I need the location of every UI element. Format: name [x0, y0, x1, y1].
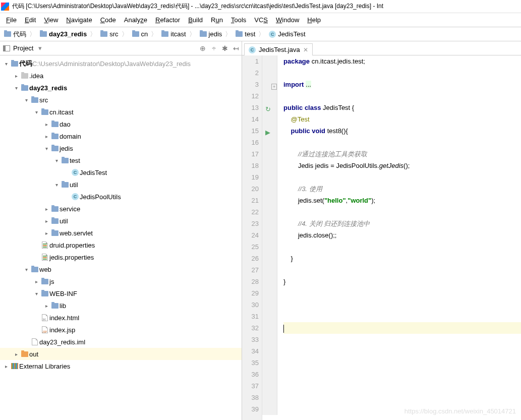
project-dropdown-icon[interactable]: ▾ [33, 44, 47, 52]
menu-view[interactable]: View [41, 15, 61, 25]
tree-arrow-icon[interactable]: ▸ [42, 122, 50, 127]
tree-arrow-icon[interactable]: ▾ [52, 158, 61, 163]
menu-edit[interactable]: Edit [22, 15, 39, 25]
tree-arrow-icon[interactable]: ▾ [22, 97, 30, 103]
tree-item-service[interactable]: ▸service [0, 203, 242, 215]
tree-item-index-html[interactable]: index.html [0, 312, 242, 324]
code-line[interactable] [283, 392, 521, 403]
tree-item-dao[interactable]: ▸dao [0, 118, 242, 130]
code-line[interactable]: import ... [283, 79, 521, 90]
close-icon[interactable]: ✕ [303, 46, 308, 53]
tree-arrow-icon[interactable]: ▸ [12, 73, 20, 79]
code-line[interactable] [283, 311, 521, 322]
code-line[interactable] [283, 137, 521, 148]
menu-window[interactable]: Window [273, 15, 302, 25]
tab-jedistest[interactable]: JedisTest.java ✕ [244, 43, 313, 55]
breadcrumb-jedis[interactable]: jedis〉 [199, 30, 235, 39]
tree-arrow-icon[interactable]: ▸ [42, 218, 50, 224]
tree-arrow-icon[interactable]: ▸ [42, 134, 50, 139]
code-line[interactable]: jedis.close();; [283, 229, 521, 241]
tree-item-lib[interactable]: ▸lib [0, 299, 242, 312]
code-line[interactable] [283, 171, 521, 183]
code-line[interactable]: } [283, 276, 521, 287]
menu-build[interactable]: Build [185, 15, 206, 25]
tree-arrow-icon[interactable]: ▸ [42, 230, 50, 236]
code-line[interactable]: //3. 使用 [283, 183, 521, 195]
code-lines[interactable]: package cn.itcast.jedis.test; import ...… [277, 55, 521, 420]
code-line[interactable] [283, 90, 521, 102]
tree-item-out[interactable]: ▸out [0, 348, 242, 360]
tree-item-util[interactable]: ▸util [0, 215, 242, 227]
tree-arrow-icon[interactable]: ▾ [2, 61, 10, 67]
breadcrumb-day23_redis[interactable]: day23_redis〉 [39, 30, 99, 39]
tree-item-js[interactable]: ▸js [0, 275, 242, 287]
menu-tools[interactable]: Tools [228, 15, 249, 25]
tree-arrow-icon[interactable]: ▸ [32, 279, 40, 284]
breadcrumb-test[interactable]: test〉 [235, 30, 268, 39]
breadcrumb-代码[interactable]: 代码〉 [3, 30, 39, 39]
tree-item-jedispoolutils[interactable]: JedisPoolUtils [0, 191, 242, 203]
tree-arrow-icon[interactable]: ▸ [2, 364, 10, 369]
gear-icon[interactable]: ✱ [219, 44, 230, 52]
code-line[interactable] [283, 264, 521, 276]
locate-icon[interactable]: ⊕ [197, 44, 208, 52]
collapse-icon[interactable]: ÷ [208, 44, 219, 52]
menu-file[interactable]: File [3, 15, 20, 25]
tree-arrow-icon[interactable]: ▾ [22, 267, 30, 272]
menu-analyze[interactable]: Analyze [121, 15, 150, 25]
hide-icon[interactable]: ↤ [230, 44, 242, 52]
code-line[interactable] [283, 369, 521, 380]
code-line[interactable] [283, 322, 521, 334]
tree-item-web-servlet[interactable]: ▸web.servlet [0, 227, 242, 239]
tree-item-day23-redis[interactable]: ▾day23_redis [0, 82, 242, 94]
tree-item-web[interactable]: ▾web [0, 263, 242, 275]
tree-item--[interactable]: ▾代码 C:\Users\Administrator\Desktop\JavaW… [0, 57, 242, 70]
code-line[interactable] [283, 345, 521, 357]
fold-icon[interactable]: + [271, 80, 277, 93]
tree-arrow-icon[interactable]: ▾ [32, 109, 40, 115]
tree-arrow-icon[interactable]: ▸ [42, 303, 50, 309]
tree-arrow-icon[interactable]: ▾ [12, 85, 20, 91]
tree-item-test[interactable]: ▾test [0, 154, 242, 166]
reload-icon[interactable]: ↻ [265, 103, 271, 115]
tree-arrow-icon[interactable]: ▸ [12, 351, 20, 357]
code-line[interactable] [283, 299, 521, 311]
code-line[interactable]: package cn.itcast.jedis.test; [283, 55, 521, 67]
tree-item-util[interactable]: ▾util [0, 178, 242, 191]
code-line[interactable]: @Test [283, 113, 521, 125]
tree-item--idea[interactable]: ▸.idea [0, 70, 242, 82]
tree-arrow-icon[interactable]: ▾ [32, 291, 40, 296]
breadcrumb-cn[interactable]: cn〉 [131, 30, 161, 39]
code-line[interactable] [283, 241, 521, 253]
tree-item-cn-itcast[interactable]: ▾cn.itcast [0, 106, 242, 118]
tree-item-web-inf[interactable]: ▾WEB-INF [0, 287, 242, 299]
code-line[interactable] [283, 287, 521, 299]
breadcrumb-jedistest[interactable]: JedisTest [268, 30, 308, 38]
code-line[interactable]: Jedis jedis = JedisPoolUtils.getJedis(); [283, 160, 521, 171]
menu-help[interactable]: Help [304, 15, 324, 25]
tree-arrow-icon[interactable]: ▾ [42, 146, 50, 151]
code-line[interactable]: public class JedisTest { [283, 102, 521, 113]
tree-item-jedis[interactable]: ▾jedis [0, 142, 242, 154]
code-line[interactable] [283, 357, 521, 369]
menu-run[interactable]: Run [208, 15, 226, 25]
tree-item-external-libraries[interactable]: ▸External Libraries [0, 360, 242, 372]
tree-arrow-icon[interactable]: ▸ [42, 206, 50, 212]
project-tree[interactable]: ▾代码 C:\Users\Administrator\Desktop\JavaW… [0, 55, 242, 420]
code-line[interactable]: jedis.set("hello","world"); [283, 195, 521, 206]
tree-item-src[interactable]: ▾src [0, 94, 242, 106]
tree-item-jedistest[interactable]: JedisTest [0, 166, 242, 178]
code-area[interactable]: 1231213141516171819202122232425262728293… [242, 55, 521, 420]
menu-navigate[interactable]: Navigate [63, 15, 95, 25]
code-line[interactable] [283, 67, 521, 79]
code-line[interactable]: //4. 关闭 归还到连接池中 [283, 218, 521, 229]
tree-item-jedis-properties[interactable]: jedis.properties [0, 251, 242, 263]
code-line[interactable] [283, 206, 521, 218]
menu-refactor[interactable]: Refactor [152, 15, 183, 25]
code-line[interactable] [283, 380, 521, 392]
tree-item-druid-properties[interactable]: druid.properties [0, 239, 242, 251]
tree-item-index-jsp[interactable]: index.jsp [0, 324, 242, 336]
tree-item-day23-redis-iml[interactable]: day23_redis.iml [0, 336, 242, 348]
project-label[interactable]: Project [13, 44, 33, 52]
code-line[interactable]: //通过连接池工具类获取 [283, 148, 521, 160]
